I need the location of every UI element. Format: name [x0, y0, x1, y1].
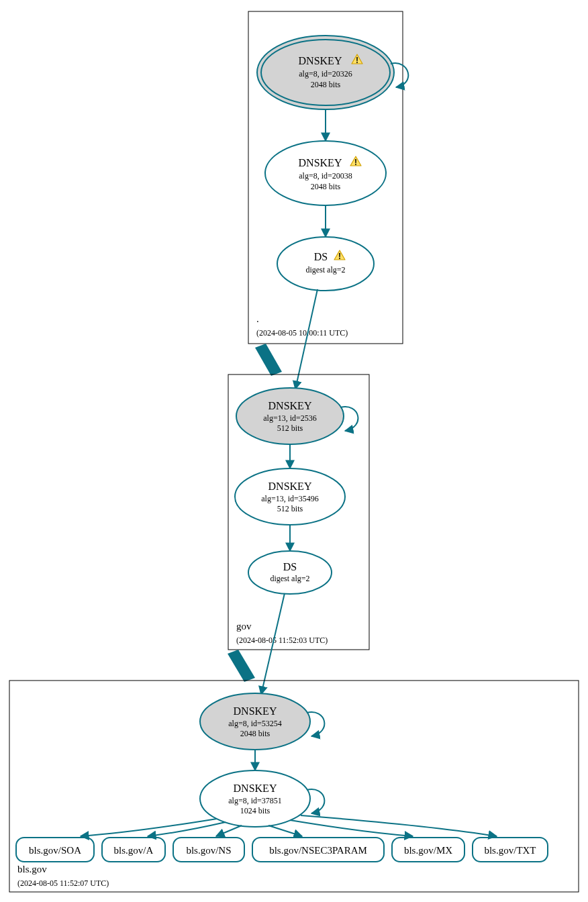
- svg-text:!: !: [338, 252, 341, 261]
- root-zsk-meta: alg=8, id=20038: [299, 171, 352, 181]
- edge: [268, 825, 302, 836]
- gov-ksk-meta: alg=13, id=2536: [263, 413, 317, 423]
- edge: [148, 822, 226, 836]
- gov-ksk-bits: 512 bits: [277, 423, 303, 433]
- svg-text:bls.gov/NSEC3PARAM: bls.gov/NSEC3PARAM: [269, 845, 367, 856]
- rrset-ns: bls.gov/NS: [173, 838, 244, 862]
- bls-zsk-title: DNSKEY: [234, 783, 277, 794]
- gov-zsk-meta: alg=13, id=35496: [261, 494, 319, 503]
- delegation-arrow-icon: [255, 344, 282, 376]
- svg-text:bls.gov/MX: bls.gov/MX: [404, 845, 452, 856]
- rrset-a: bls.gov/A: [102, 838, 165, 862]
- rrset-nsec3param: bls.gov/NSEC3PARAM: [252, 838, 384, 862]
- zone-bls-name: bls.gov: [17, 864, 47, 874]
- svg-point-15: [248, 551, 332, 594]
- zone-gov-name: gov: [236, 621, 252, 632]
- edge: [81, 819, 217, 836]
- bls-zsk-bits: 1024 bits: [240, 806, 271, 815]
- gov-ds-node: DS digest alg=2: [248, 551, 332, 594]
- gov-ksk-title: DNSKEY: [268, 400, 312, 411]
- zone-gov-ts: (2024-08-05 11:52:03 UTC): [236, 636, 328, 645]
- gov-ds-title: DS: [283, 561, 297, 572]
- root-ksk-node: DNSKEY ! alg=8, id=20326 2048 bits: [257, 36, 394, 109]
- rrset-soa: bls.gov/SOA: [16, 838, 94, 862]
- gov-zsk-title: DNSKEY: [268, 481, 312, 492]
- root-ds-title: DS: [314, 251, 328, 262]
- root-ksk-meta: alg=8, id=20326: [299, 69, 352, 79]
- bls-ksk-title: DNSKEY: [234, 705, 277, 717]
- svg-text:bls.gov/SOA: bls.gov/SOA: [29, 845, 81, 856]
- root-ksk-bits: 2048 bits: [311, 80, 341, 89]
- zone-root-name: .: [256, 313, 259, 324]
- edge: [216, 825, 242, 836]
- svg-text:bls.gov/A: bls.gov/A: [114, 845, 154, 856]
- root-zsk-title: DNSKEY: [299, 157, 342, 168]
- bls-ksk-node: DNSKEY alg=8, id=53254 2048 bits: [200, 693, 310, 750]
- svg-text:bls.gov/TXT: bls.gov/TXT: [484, 845, 536, 856]
- bls-ksk-meta: alg=8, id=53254: [228, 719, 282, 728]
- edge: [290, 820, 413, 836]
- zone-root-ts: (2024-08-05 10:00:11 UTC): [256, 328, 348, 338]
- svg-text:!: !: [354, 158, 357, 167]
- root-zsk-bits: 2048 bits: [311, 182, 341, 191]
- svg-text:DS: DS: [314, 251, 328, 262]
- dnssec-auth-graph: . (2024-08-05 10:00:11 UTC) DNSKEY ! alg…: [0, 0, 588, 902]
- root-ksk-title: DNSKEY: [299, 55, 342, 66]
- zone-bls-ts: (2024-08-05 11:52:07 UTC): [17, 879, 109, 888]
- svg-text:DNSKEY: DNSKEY: [299, 55, 342, 66]
- rrset-mx: bls.gov/MX: [392, 838, 464, 862]
- rrset-txt: bls.gov/TXT: [473, 838, 548, 862]
- gov-ds-meta: digest alg=2: [270, 574, 309, 583]
- svg-text:DNSKEY: DNSKEY: [299, 157, 342, 168]
- root-ds-meta: digest alg=2: [305, 265, 345, 274]
- gov-zsk-bits: 512 bits: [277, 504, 303, 513]
- gov-zsk-node: DNSKEY alg=13, id=35496 512 bits: [235, 468, 345, 525]
- svg-text:!: !: [356, 56, 358, 65]
- gov-ksk-node: DNSKEY alg=13, id=2536 512 bits: [236, 388, 344, 444]
- root-ds-node: DS ! digest alg=2: [277, 237, 374, 291]
- bls-zsk-meta: alg=8, id=37851: [228, 796, 282, 805]
- bls-ksk-bits: 2048 bits: [240, 729, 271, 738]
- root-zsk-node: DNSKEY ! alg=8, id=20038 2048 bits: [265, 141, 386, 205]
- delegation-arrow-icon: [228, 650, 255, 682]
- svg-text:bls.gov/NS: bls.gov/NS: [186, 845, 231, 856]
- svg-point-9: [277, 237, 374, 291]
